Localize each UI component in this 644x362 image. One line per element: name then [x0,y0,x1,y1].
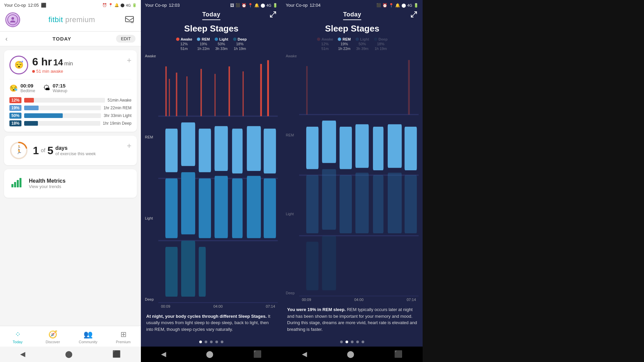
y-label-rem-p2: REM [145,135,157,139]
alarm-p2: ⏰ [241,3,247,8]
avatar[interactable] [5,12,20,27]
dot-1-p2[interactable] [199,341,202,343]
legend-rem-p3: REM 19% 1h 22m [338,37,351,51]
expand-button-p2[interactable] [270,11,276,19]
deep-dot-p3 [374,38,377,41]
back-android-p3[interactable]: ◀ [302,350,307,358]
squircle-p2: ⬛ [235,3,240,7]
nav-discover[interactable]: 🧭 Discover [35,329,70,345]
y-label-light-p2: Light [145,216,157,220]
y-label-deep-p2: Deep [145,297,157,301]
recent-android-button[interactable]: ⬛ [112,350,121,358]
x-label-mid-p3: 04:00 [354,298,364,302]
back-android-button[interactable]: ◀ [20,350,25,358]
svg-rect-8 [17,180,19,187]
dot-2-p3[interactable] [345,341,348,343]
alarm-icon: ⏰ [102,3,107,7]
deep-legend-dot [233,38,236,41]
rem-badge: 19% [9,105,21,111]
legend-rem-p2: REM 19% 1h 22m [197,37,210,51]
inbox-icon[interactable] [123,14,136,26]
home-android-button[interactable]: ⬤ [65,350,72,358]
nav-community[interactable]: 👥 Community [70,329,106,345]
rem-pct-p3: 19% [340,42,348,46]
sleep-chart-p2: Awake REM Light Deep [141,54,282,308]
health-title: Health Metrics [29,178,65,184]
health-text: Health Metrics View your trends [29,178,65,189]
nav-today[interactable]: ⁘ Today [0,329,35,345]
recent-android-p3[interactable]: ⬛ [394,350,402,358]
deep-bar-fill [24,121,38,126]
carrier-p2: Your Co-op 12:03 [145,3,180,8]
home-android-p2[interactable]: ⬤ [206,350,213,358]
pin-p2: 📍 [248,3,253,8]
home-android-p3[interactable]: ⬤ [347,350,354,358]
add-exercise-button[interactable]: + [127,141,131,150]
dot-4-p3[interactable] [356,341,359,343]
status-bar-p3: Your Co-op 12:04 ⬛ ⏰ 📍 🔔 ⬤ 4G 🔋 [282,0,423,9]
location-icon: 📍 [108,3,113,7]
back-android-p2[interactable]: ◀ [161,350,166,358]
volume-icon: 🔔 [114,3,119,7]
status-carrier-p1: Your Co-op 12:05 ⬛ [4,3,46,8]
add-sleep-button[interactable]: + [127,56,131,65]
svg-rect-1 [125,16,133,22]
x-label-end-p2: 07:14 [266,304,275,308]
rem-dot-p3 [338,38,341,41]
sleep-legend-p3: Awake 12% 51m REM 19% 1h 22m Light 50% 3… [282,37,423,54]
status-icons-p3: ⬛ ⏰ 📍 🔔 ⬤ 4G 🔋 [376,3,419,8]
svg-rect-28 [181,122,195,166]
fitbit-header: fitbit premium [0,9,141,32]
stage-awake: 12% 51min Awake [9,97,131,103]
rem-label-p3: REM [342,37,351,41]
svg-text:😴: 😴 [14,60,24,69]
rem-text: 1hr 22min REM [104,106,131,110]
awake-text: 51min Awake [108,98,131,103]
stage-light: 50% 3hr 33min Light [9,113,131,119]
dot-5-p2[interactable] [221,341,223,343]
deep-time-p3: 1h 19m [375,47,387,51]
health-metrics-card[interactable]: Health Metrics View your trends [4,169,137,198]
dot-1-p3[interactable] [340,341,343,343]
legend-light-p3: Light 50% 3h 39m [356,37,369,51]
dot-4-p2[interactable] [215,341,218,343]
bedtime-item: 😪 00:09 Bedtime [9,83,35,93]
legend-awake-p3: Awake 12% 51m [317,37,333,51]
sleep-stages-title-p2: Sleep Stages [141,21,282,37]
android-nav-p3: ◀ ⬤ ⬛ [282,347,423,362]
back-button[interactable]: ‹ [5,35,8,43]
light-pct-p2: 50% [218,42,225,46]
exercise-desc: days of exercise this week [55,145,96,156]
discover-nav-label: Discover [46,340,60,344]
nav-premium[interactable]: ⊞ Premium [106,329,141,345]
exercise-days: days [55,145,96,151]
edit-button[interactable]: EDIT [116,35,136,43]
img-icon-p2: 🖼 [230,3,234,8]
pin-p3: 📍 [389,3,394,8]
x-label-start-p3: 00:09 [302,298,311,302]
svg-rect-57 [322,121,336,163]
svg-rect-39 [264,178,276,238]
deep-pct-p3: 18% [377,42,384,46]
exercise-count: 🏃 [16,149,22,154]
legend-deep-p3: Deep 18% 1h 19m [374,37,388,51]
svg-rect-29 [181,241,195,297]
health-icon [9,175,24,192]
signal-icon: ⬤ [120,3,124,7]
dot-3-p2[interactable] [210,341,213,343]
page-dots-p3 [282,337,423,347]
dot-2-p2[interactable] [205,341,207,343]
deep-legend-label: Deep [238,37,247,41]
recent-android-p2[interactable]: ⬛ [253,350,262,358]
svg-rect-36 [232,129,243,174]
svg-rect-34 [215,126,228,171]
wakeup-value: 07:15 [53,83,67,88]
x-axis-p3: 00:09 04:00 07:14 [299,296,419,302]
net-p2: ⬤ [261,3,265,8]
svg-rect-19 [215,74,216,116]
today-nav-label: Today [13,340,22,344]
dot-3-p3[interactable] [351,341,354,343]
time-p3: 12:04 [310,3,321,8]
expand-button-p3[interactable] [411,11,417,19]
dot-5-p3[interactable] [362,341,364,343]
